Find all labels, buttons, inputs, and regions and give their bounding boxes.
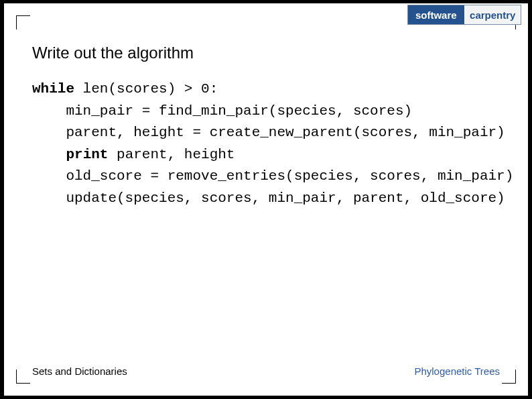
corner-decoration xyxy=(502,369,516,384)
footer-right: Phylogenetic Trees xyxy=(414,365,500,377)
logo-right: carpentry xyxy=(465,5,521,24)
code-line-5: old_score = remove_entries(species, scor… xyxy=(32,168,513,184)
slide-title: Write out the algorithm xyxy=(32,44,194,62)
software-carpentry-logo: software carpentry xyxy=(407,5,521,25)
code-line-1: len(scores) > 0: xyxy=(74,81,218,97)
code-line-4: parent, height xyxy=(108,147,235,162)
keyword-print: print xyxy=(66,147,108,162)
code-indent xyxy=(32,147,66,162)
code-block: while len(scores) > 0: min_pair = find_m… xyxy=(32,78,528,209)
code-line-2: min_pair = find_min_pair(species, scores… xyxy=(32,103,412,119)
corner-decoration xyxy=(16,369,30,384)
corner-decoration xyxy=(16,15,30,30)
keyword-while: while xyxy=(32,81,74,97)
code-line-3: parent, height = create_new_parent(score… xyxy=(32,125,505,140)
footer-left: Sets and Dictionaries xyxy=(32,365,127,377)
logo-left: software xyxy=(408,5,465,24)
slide: software carpentry Write out the algorit… xyxy=(4,3,528,396)
code-line-6: update(species, scores, min_pair, parent… xyxy=(32,190,505,206)
